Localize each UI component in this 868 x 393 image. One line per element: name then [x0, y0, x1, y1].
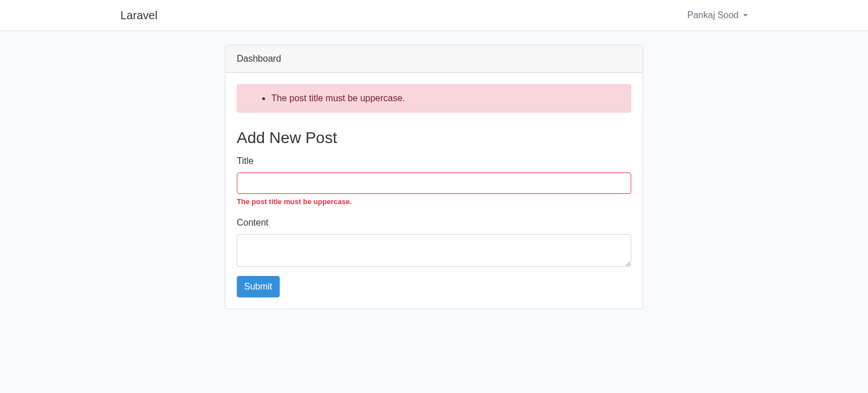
navbar-brand[interactable]: Laravel — [120, 7, 158, 24]
card-header: Dashboard — [225, 45, 643, 73]
error-alert: The post title must be uppercase. — [237, 84, 631, 113]
user-name: Pankaj Sood — [687, 8, 739, 22]
user-dropdown[interactable]: Pankaj Sood — [687, 8, 748, 22]
title-label: Title — [237, 154, 631, 168]
form-heading: Add New Post — [237, 126, 631, 150]
error-item: The post title must be uppercase. — [271, 92, 619, 105]
navbar: Laravel Pankaj Sood — [0, 0, 868, 31]
caret-down-icon — [743, 14, 748, 16]
dashboard-card: Dashboard The post title must be upperca… — [225, 45, 643, 309]
title-error-text: The post title must be uppercase. — [237, 196, 631, 207]
submit-button[interactable]: Submit — [237, 276, 280, 297]
content-textarea[interactable] — [237, 234, 631, 267]
title-input[interactable] — [237, 172, 631, 194]
content-label: Content — [237, 216, 631, 230]
